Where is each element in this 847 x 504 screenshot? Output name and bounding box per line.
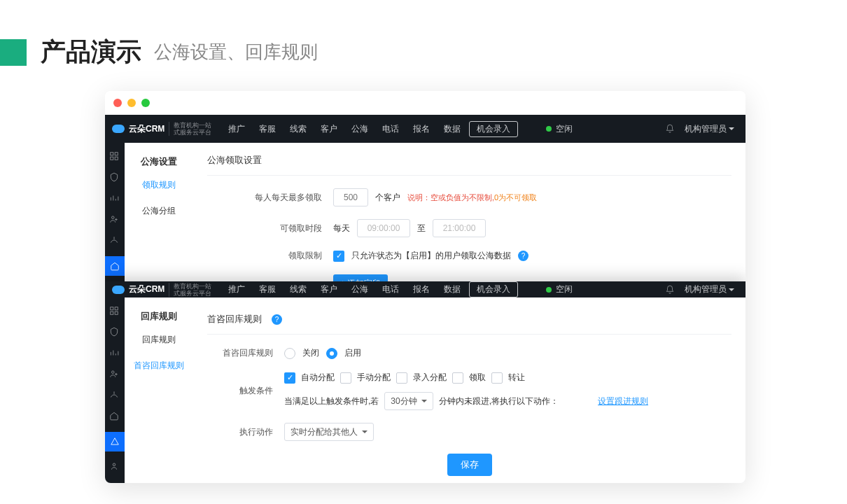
nav-signup[interactable]: 报名 <box>413 123 430 135</box>
chk-entry[interactable] <box>396 372 407 384</box>
rail-icon-4[interactable] <box>109 214 120 225</box>
chk-manual[interactable] <box>340 372 351 384</box>
nav-promote[interactable]: 推广 <box>228 284 245 295</box>
logo-text: 云朵CRM <box>129 123 164 135</box>
side-item-first-consult-rules[interactable]: 首咨回库规则 <box>125 353 193 379</box>
opportunity-entry-button[interactable]: 机会录入 <box>469 281 518 298</box>
status-dot <box>546 287 552 293</box>
rail-icon-5[interactable] <box>109 390 120 401</box>
nav-pool[interactable]: 公海 <box>351 284 368 295</box>
chk-auto[interactable] <box>284 372 295 384</box>
svg-rect-1 <box>115 153 118 155</box>
opportunity-entry-button[interactable]: 机会录入 <box>469 121 518 137</box>
svg-point-11 <box>113 463 115 466</box>
rail-icon-pool[interactable] <box>105 256 125 276</box>
rail-icon-5[interactable] <box>109 235 120 246</box>
app-window-frame: 云朵CRM 教育机构一站式服务云平台 推广 客服 线索 客户 公海 电话 报名 … <box>105 91 746 483</box>
nav-customers[interactable]: 客户 <box>321 123 337 135</box>
panel-title-2: 首咨回库规则 ? <box>207 306 732 335</box>
duration-select[interactable]: 30分钟 <box>384 392 433 410</box>
radio-off[interactable] <box>284 348 295 359</box>
help-icon[interactable]: ? <box>518 251 528 261</box>
bell-icon[interactable] <box>665 285 675 295</box>
rail-icon-6[interactable] <box>109 411 120 422</box>
close-dot[interactable] <box>113 99 122 107</box>
nav-customers[interactable]: 客户 <box>321 284 337 295</box>
help-icon[interactable]: ? <box>272 314 282 325</box>
cloud-icon <box>112 125 125 133</box>
radio-on[interactable] <box>326 348 337 359</box>
nav-pool[interactable]: 公海 <box>351 123 368 135</box>
rail-icon-2[interactable] <box>109 327 120 338</box>
icon-rail-2 <box>105 298 125 483</box>
nav-promote[interactable]: 推广 <box>228 123 245 135</box>
nav-data[interactable]: 数据 <box>444 123 461 135</box>
rail-icon-4[interactable] <box>109 369 120 380</box>
limit-checkbox[interactable] <box>333 251 344 262</box>
bell-icon[interactable] <box>665 124 675 134</box>
nav-signup[interactable]: 报名 <box>413 284 430 295</box>
svg-rect-2 <box>111 157 113 160</box>
side-title: 公海设置 <box>125 151 193 172</box>
row-trigger: 触发条件 自动分配 手动分配 录入分配 领取 转让 当满足以上触发条件时,若 <box>207 372 732 410</box>
row-claim-limit: 领取限制 只允许状态为【启用】的用户领取公海数据 ? <box>207 250 732 262</box>
min-dot[interactable] <box>127 99 136 107</box>
time-to-input[interactable] <box>433 219 486 237</box>
accent-square <box>0 39 27 66</box>
title-sub: 公海设置、回库规则 <box>154 40 318 64</box>
claim-hint: 说明：空或负值为不限制,0为不可领取 <box>407 192 537 203</box>
rail-icon-1[interactable] <box>109 306 120 317</box>
rail-icon-return[interactable] <box>105 432 125 451</box>
side-menu-2: 回库规则 回库规则 首咨回库规则 <box>125 298 193 483</box>
nav-service[interactable]: 客服 <box>259 284 276 295</box>
svg-rect-0 <box>111 153 113 155</box>
max-dot[interactable] <box>141 99 150 107</box>
rail-icon-2[interactable] <box>109 172 120 183</box>
svg-point-10 <box>112 371 115 374</box>
role-dropdown[interactable]: 机构管理员 <box>685 284 734 295</box>
cloud-icon <box>112 286 125 294</box>
max-claim-input[interactable] <box>333 188 368 206</box>
svg-rect-7 <box>115 307 118 310</box>
nav-phone[interactable]: 电话 <box>382 123 399 135</box>
mac-traffic-lights <box>105 91 746 115</box>
top-nav: 推广 客服 线索 客户 公海 电话 报名 数据 <box>228 123 461 135</box>
side-item-return-rules[interactable]: 回库规则 <box>125 327 193 353</box>
time-from-input[interactable] <box>357 219 410 237</box>
svg-rect-9 <box>115 312 118 314</box>
save-button[interactable]: 保存 <box>447 454 492 476</box>
svg-rect-8 <box>111 312 113 314</box>
rail-icon-8[interactable] <box>109 461 120 472</box>
nav-service[interactable]: 客服 <box>259 123 276 135</box>
logo-2[interactable]: 云朵CRM 教育机构一站式服务云平台 <box>105 283 218 297</box>
title-main: 产品演示 <box>41 35 141 69</box>
nav-leads[interactable]: 线索 <box>290 284 307 295</box>
topbar-2: 云朵CRM 教育机构一站式服务云平台 推广 客服 线索 客户 公海 电话 报名 … <box>105 281 746 298</box>
rail-icon-3[interactable] <box>109 193 120 204</box>
side-item-claim-rules[interactable]: 领取规则 <box>125 172 193 198</box>
nav-data[interactable]: 数据 <box>444 284 461 295</box>
panel-title: 公海领取设置 <box>207 151 732 176</box>
set-followup-link[interactable]: 设置跟进规则 <box>598 396 648 407</box>
svg-rect-3 <box>115 157 118 160</box>
chevron-down-icon <box>729 127 734 130</box>
logo-desc: 教育机构一站式服务云平台 <box>169 122 211 136</box>
nav-leads[interactable]: 线索 <box>290 123 307 135</box>
top-nav-2: 推广 客服 线索 客户 公海 电话 报名 数据 <box>228 284 461 295</box>
window-return-rules: 云朵CRM 教育机构一站式服务云平台 推广 客服 线索 客户 公海 电话 报名 … <box>105 281 746 470</box>
role-dropdown[interactable]: 机构管理员 <box>685 123 734 135</box>
row-claim-time: 可领取时段 每天 至 <box>207 219 732 237</box>
nav-phone[interactable]: 电话 <box>382 284 399 295</box>
chk-transfer[interactable] <box>491 372 503 384</box>
action-select[interactable]: 实时分配给其他人 <box>284 423 374 441</box>
svg-rect-6 <box>111 307 113 310</box>
status-dot <box>546 126 552 132</box>
status-text[interactable]: 空闲 <box>556 123 573 135</box>
topbar: 云朵CRM 教育机构一站式服务云平台 推广 客服 线索 客户 公海 电话 报名 … <box>105 115 746 143</box>
chk-claim[interactable] <box>452 372 463 384</box>
side-item-pool-groups[interactable]: 公海分组 <box>125 198 193 224</box>
logo[interactable]: 云朵CRM 教育机构一站式服务云平台 <box>105 122 218 136</box>
rail-icon-1[interactable] <box>109 151 120 162</box>
chevron-down-icon <box>729 288 734 291</box>
rail-icon-3[interactable] <box>109 348 120 359</box>
